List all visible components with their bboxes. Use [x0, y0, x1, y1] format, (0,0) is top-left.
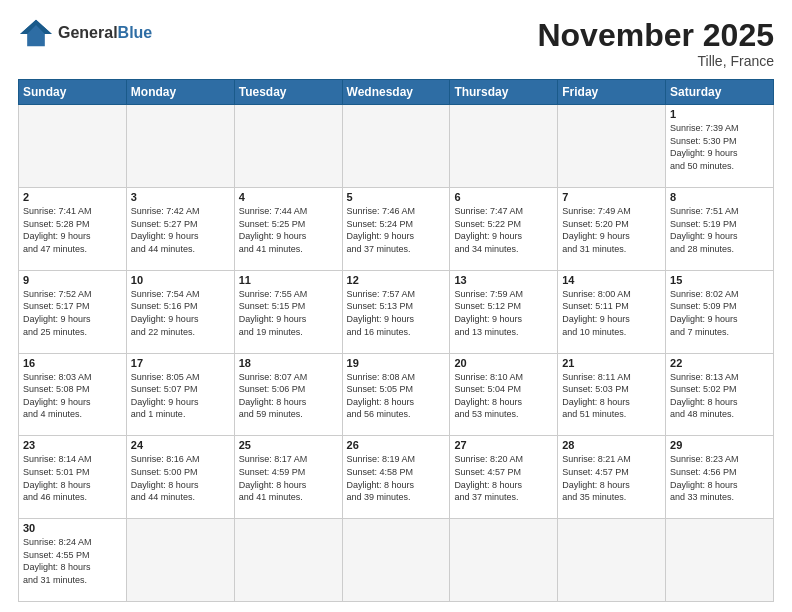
day-info-8: Sunrise: 7:51 AMSunset: 5:19 PMDaylight:…: [670, 205, 769, 255]
col-sunday: Sunday: [19, 80, 127, 105]
col-monday: Monday: [126, 80, 234, 105]
calendar-cell-39: [450, 519, 558, 602]
day-number-19: 19: [347, 357, 446, 369]
calendar-cell-20: 15Sunrise: 8:02 AMSunset: 5:09 PMDayligh…: [666, 270, 774, 353]
day-number-13: 13: [454, 274, 553, 286]
day-number-26: 26: [347, 439, 446, 451]
calendar-cell-22: 17Sunrise: 8:05 AMSunset: 5:07 PMDayligh…: [126, 353, 234, 436]
day-number-23: 23: [23, 439, 122, 451]
col-thursday: Thursday: [450, 80, 558, 105]
calendar-row-2: 9Sunrise: 7:52 AMSunset: 5:17 PMDaylight…: [19, 270, 774, 353]
day-info-14: Sunrise: 8:00 AMSunset: 5:11 PMDaylight:…: [562, 288, 661, 338]
calendar-header-row: Sunday Monday Tuesday Wednesday Thursday…: [19, 80, 774, 105]
day-number-25: 25: [239, 439, 338, 451]
calendar-cell-40: [558, 519, 666, 602]
day-number-9: 9: [23, 274, 122, 286]
calendar-cell-26: 21Sunrise: 8:11 AMSunset: 5:03 PMDayligh…: [558, 353, 666, 436]
day-number-12: 12: [347, 274, 446, 286]
calendar-cell-18: 13Sunrise: 7:59 AMSunset: 5:12 PMDayligh…: [450, 270, 558, 353]
day-number-24: 24: [131, 439, 230, 451]
calendar-cell-37: [234, 519, 342, 602]
calendar-cell-14: 9Sunrise: 7:52 AMSunset: 5:17 PMDaylight…: [19, 270, 127, 353]
calendar-cell-1: [126, 105, 234, 188]
calendar-cell-17: 12Sunrise: 7:57 AMSunset: 5:13 PMDayligh…: [342, 270, 450, 353]
day-number-10: 10: [131, 274, 230, 286]
day-info-27: Sunrise: 8:20 AMSunset: 4:57 PMDaylight:…: [454, 453, 553, 503]
logo-text: GeneralBlue: [58, 24, 152, 42]
day-info-5: Sunrise: 7:46 AMSunset: 5:24 PMDaylight:…: [347, 205, 446, 255]
calendar-cell-34: 29Sunrise: 8:23 AMSunset: 4:56 PMDayligh…: [666, 436, 774, 519]
day-number-8: 8: [670, 191, 769, 203]
day-number-28: 28: [562, 439, 661, 451]
day-info-26: Sunrise: 8:19 AMSunset: 4:58 PMDaylight:…: [347, 453, 446, 503]
calendar-cell-11: 6Sunrise: 7:47 AMSunset: 5:22 PMDaylight…: [450, 187, 558, 270]
day-info-12: Sunrise: 7:57 AMSunset: 5:13 PMDaylight:…: [347, 288, 446, 338]
day-number-29: 29: [670, 439, 769, 451]
day-number-15: 15: [670, 274, 769, 286]
day-info-22: Sunrise: 8:13 AMSunset: 5:02 PMDaylight:…: [670, 371, 769, 421]
day-info-3: Sunrise: 7:42 AMSunset: 5:27 PMDaylight:…: [131, 205, 230, 255]
day-number-11: 11: [239, 274, 338, 286]
day-number-3: 3: [131, 191, 230, 203]
calendar-row-5: 30Sunrise: 8:24 AMSunset: 4:55 PMDayligh…: [19, 519, 774, 602]
day-number-16: 16: [23, 357, 122, 369]
day-info-24: Sunrise: 8:16 AMSunset: 5:00 PMDaylight:…: [131, 453, 230, 503]
calendar-cell-23: 18Sunrise: 8:07 AMSunset: 5:06 PMDayligh…: [234, 353, 342, 436]
day-info-29: Sunrise: 8:23 AMSunset: 4:56 PMDaylight:…: [670, 453, 769, 503]
calendar-cell-5: [558, 105, 666, 188]
calendar-row-3: 16Sunrise: 8:03 AMSunset: 5:08 PMDayligh…: [19, 353, 774, 436]
calendar-cell-31: 26Sunrise: 8:19 AMSunset: 4:58 PMDayligh…: [342, 436, 450, 519]
col-tuesday: Tuesday: [234, 80, 342, 105]
day-info-4: Sunrise: 7:44 AMSunset: 5:25 PMDaylight:…: [239, 205, 338, 255]
day-number-17: 17: [131, 357, 230, 369]
day-number-20: 20: [454, 357, 553, 369]
day-info-19: Sunrise: 8:08 AMSunset: 5:05 PMDaylight:…: [347, 371, 446, 421]
day-info-7: Sunrise: 7:49 AMSunset: 5:20 PMDaylight:…: [562, 205, 661, 255]
day-number-7: 7: [562, 191, 661, 203]
calendar-cell-3: [342, 105, 450, 188]
calendar-cell-41: [666, 519, 774, 602]
calendar-cell-35: 30Sunrise: 8:24 AMSunset: 4:55 PMDayligh…: [19, 519, 127, 602]
day-info-2: Sunrise: 7:41 AMSunset: 5:28 PMDaylight:…: [23, 205, 122, 255]
calendar-row-1: 2Sunrise: 7:41 AMSunset: 5:28 PMDaylight…: [19, 187, 774, 270]
calendar-cell-21: 16Sunrise: 8:03 AMSunset: 5:08 PMDayligh…: [19, 353, 127, 436]
day-info-28: Sunrise: 8:21 AMSunset: 4:57 PMDaylight:…: [562, 453, 661, 503]
calendar-cell-19: 14Sunrise: 8:00 AMSunset: 5:11 PMDayligh…: [558, 270, 666, 353]
day-number-22: 22: [670, 357, 769, 369]
calendar: Sunday Monday Tuesday Wednesday Thursday…: [18, 79, 774, 602]
col-saturday: Saturday: [666, 80, 774, 105]
calendar-cell-33: 28Sunrise: 8:21 AMSunset: 4:57 PMDayligh…: [558, 436, 666, 519]
calendar-cell-29: 24Sunrise: 8:16 AMSunset: 5:00 PMDayligh…: [126, 436, 234, 519]
calendar-row-4: 23Sunrise: 8:14 AMSunset: 5:01 PMDayligh…: [19, 436, 774, 519]
day-info-18: Sunrise: 8:07 AMSunset: 5:06 PMDaylight:…: [239, 371, 338, 421]
logo-general: General: [58, 24, 118, 41]
month-title: November 2025: [537, 18, 774, 53]
day-number-18: 18: [239, 357, 338, 369]
calendar-cell-8: 3Sunrise: 7:42 AMSunset: 5:27 PMDaylight…: [126, 187, 234, 270]
calendar-cell-16: 11Sunrise: 7:55 AMSunset: 5:15 PMDayligh…: [234, 270, 342, 353]
day-info-23: Sunrise: 8:14 AMSunset: 5:01 PMDaylight:…: [23, 453, 122, 503]
subtitle: Tille, France: [537, 53, 774, 69]
day-number-30: 30: [23, 522, 122, 534]
calendar-cell-15: 10Sunrise: 7:54 AMSunset: 5:16 PMDayligh…: [126, 270, 234, 353]
day-info-11: Sunrise: 7:55 AMSunset: 5:15 PMDaylight:…: [239, 288, 338, 338]
calendar-cell-30: 25Sunrise: 8:17 AMSunset: 4:59 PMDayligh…: [234, 436, 342, 519]
calendar-cell-27: 22Sunrise: 8:13 AMSunset: 5:02 PMDayligh…: [666, 353, 774, 436]
day-info-6: Sunrise: 7:47 AMSunset: 5:22 PMDaylight:…: [454, 205, 553, 255]
day-number-21: 21: [562, 357, 661, 369]
day-info-15: Sunrise: 8:02 AMSunset: 5:09 PMDaylight:…: [670, 288, 769, 338]
calendar-cell-13: 8Sunrise: 7:51 AMSunset: 5:19 PMDaylight…: [666, 187, 774, 270]
calendar-cell-36: [126, 519, 234, 602]
calendar-cell-7: 2Sunrise: 7:41 AMSunset: 5:28 PMDaylight…: [19, 187, 127, 270]
day-number-1: 1: [670, 108, 769, 120]
day-info-17: Sunrise: 8:05 AMSunset: 5:07 PMDaylight:…: [131, 371, 230, 421]
day-info-25: Sunrise: 8:17 AMSunset: 4:59 PMDaylight:…: [239, 453, 338, 503]
day-info-9: Sunrise: 7:52 AMSunset: 5:17 PMDaylight:…: [23, 288, 122, 338]
calendar-cell-10: 5Sunrise: 7:46 AMSunset: 5:24 PMDaylight…: [342, 187, 450, 270]
calendar-row-0: 1Sunrise: 7:39 AMSunset: 5:30 PMDaylight…: [19, 105, 774, 188]
day-number-4: 4: [239, 191, 338, 203]
day-number-27: 27: [454, 439, 553, 451]
day-number-5: 5: [347, 191, 446, 203]
day-number-14: 14: [562, 274, 661, 286]
calendar-cell-2: [234, 105, 342, 188]
